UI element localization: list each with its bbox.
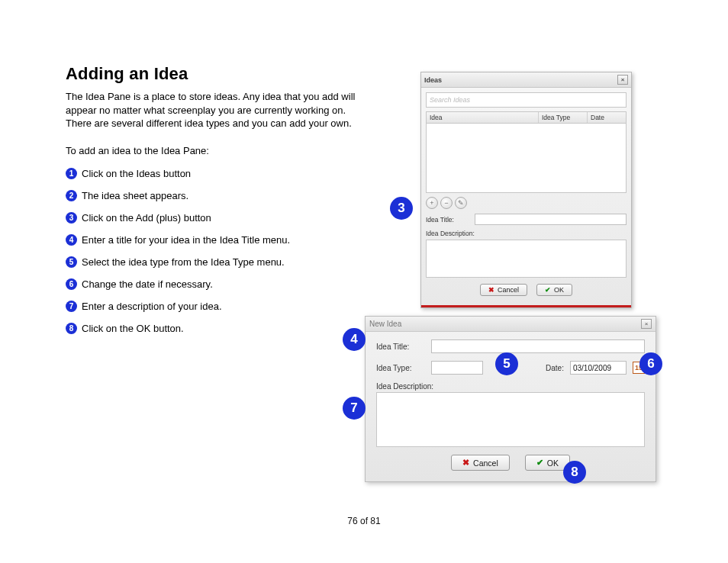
idea-description-label: Idea Description:: [426, 230, 475, 237]
step-6: 6Change the date if necessary.: [66, 278, 356, 290]
col-idea-type[interactable]: Idea Type: [539, 112, 588, 123]
cancel-button[interactable]: ✖Cancel: [480, 284, 527, 296]
idea-type-field[interactable]: [431, 361, 483, 375]
callout-4: 4: [343, 328, 366, 351]
callout-7: 7: [343, 397, 366, 420]
idea-title-input[interactable]: [475, 214, 627, 225]
col-idea[interactable]: Idea: [427, 112, 539, 123]
step-2: 2The idea sheet appears.: [66, 190, 356, 201]
ideas-window: Ideas × Search Ideas Idea Idea Type Date…: [420, 72, 632, 308]
cancel-label: Cancel: [473, 458, 498, 468]
step-text: Enter a title for your idea in the Idea …: [82, 234, 290, 246]
cancel-icon: ✖: [462, 458, 469, 468]
idea-description-label: Idea Description:: [376, 382, 433, 391]
page-heading: Adding an Idea: [66, 64, 188, 84]
cancel-button[interactable]: ✖Cancel: [451, 455, 510, 471]
step-badge: 2: [66, 190, 77, 201]
idea-title-row: Idea Title:: [426, 214, 627, 225]
ideas-control-row: + − ✎: [426, 197, 627, 209]
new-idea-titlebar: New Idea ×: [366, 317, 656, 332]
new-idea-window: New Idea × Idea Title: Idea Type: Date: …: [365, 316, 656, 482]
edit-idea-button[interactable]: ✎: [455, 197, 467, 209]
ok-icon: ✔: [545, 286, 551, 294]
step-badge: 5: [66, 256, 77, 268]
page-number: 76 of 81: [0, 516, 728, 526]
step-badge: 8: [66, 323, 77, 334]
idea-title-label: Idea Title:: [376, 343, 425, 351]
step-badge: 6: [66, 278, 77, 290]
idea-title-label: Idea Title:: [426, 216, 470, 224]
step-badge: 3: [66, 212, 77, 224]
remove-idea-button[interactable]: −: [440, 197, 453, 209]
ok-label: OK: [547, 458, 559, 468]
date-value: 03/10/2009: [573, 364, 611, 372]
close-icon[interactable]: ×: [617, 75, 628, 85]
search-placeholder: Search Ideas: [430, 96, 470, 104]
step-7: 7Enter a description of your idea.: [66, 301, 356, 312]
new-idea-button-row: ✖Cancel ✔OK: [376, 447, 645, 477]
callout-8: 8: [563, 461, 586, 484]
intro-paragraph: The Idea Pane is a place to store ideas.…: [66, 90, 363, 130]
ok-label: OK: [554, 286, 564, 294]
ideas-button-row: ✖Cancel ✔OK: [426, 278, 627, 301]
ideas-window-titlebar: Ideas ×: [421, 72, 631, 88]
idea-description-label-row: Idea Description:: [376, 382, 645, 391]
idea-type-label: Idea Type:: [376, 364, 425, 372]
ideas-table-header: Idea Idea Type Date: [426, 111, 627, 124]
cancel-icon: ✖: [488, 286, 494, 294]
ideas-table-body: [426, 124, 627, 193]
ok-icon: ✔: [536, 458, 543, 468]
search-input[interactable]: Search Ideas: [426, 92, 627, 108]
steps-list: 1Click on the Ideas button 2The idea she…: [66, 168, 356, 345]
idea-description-input[interactable]: [426, 240, 627, 278]
step-text: Click on the OK button.: [82, 323, 184, 334]
ideas-window-title: Ideas: [424, 76, 442, 84]
document-page: Adding an Idea The Idea Pane is a place …: [0, 0, 728, 563]
step-text: Click on the Add (plus) button: [82, 212, 211, 224]
step-4: 4Enter a title for your idea in the Idea…: [66, 234, 356, 246]
ideas-window-body: Search Ideas Idea Idea Type Date + − ✎ I…: [421, 88, 631, 305]
step-5: 5Select the idea type from the Idea Type…: [66, 256, 356, 268]
step-text: Change the date if necessary.: [82, 278, 213, 290]
date-label: Date:: [546, 364, 564, 372]
col-date[interactable]: Date: [588, 112, 626, 123]
lead-line: To add an idea to the Idea Pane:: [66, 145, 209, 156]
idea-description-field[interactable]: [376, 392, 645, 447]
red-accent-bar: [421, 305, 631, 307]
step-badge: 1: [66, 168, 77, 179]
close-icon[interactable]: ×: [641, 319, 652, 329]
callout-3: 3: [390, 197, 413, 220]
callout-5: 5: [495, 352, 518, 375]
step-8: 8Click on the OK button.: [66, 323, 356, 334]
step-1: 1Click on the Ideas button: [66, 168, 356, 179]
step-text: The idea sheet appears.: [82, 190, 188, 201]
idea-description-row: Idea Description:: [426, 230, 627, 237]
step-text: Click on the Ideas button: [82, 168, 191, 179]
step-3: 3Click on the Add (plus) button: [66, 212, 356, 224]
step-text: Select the idea type from the Idea Type …: [82, 256, 285, 268]
new-idea-title: New Idea: [369, 320, 401, 328]
date-field[interactable]: 03/10/2009: [570, 361, 627, 375]
ok-button[interactable]: ✔OK: [536, 284, 572, 296]
idea-title-field[interactable]: [431, 339, 645, 353]
step-badge: 7: [66, 301, 77, 312]
cancel-label: Cancel: [498, 286, 519, 294]
add-idea-button[interactable]: +: [426, 197, 438, 209]
step-text: Enter a description of your idea.: [82, 301, 222, 312]
idea-title-row: Idea Title:: [376, 339, 645, 353]
step-badge: 4: [66, 234, 77, 246]
callout-6: 6: [639, 352, 662, 375]
